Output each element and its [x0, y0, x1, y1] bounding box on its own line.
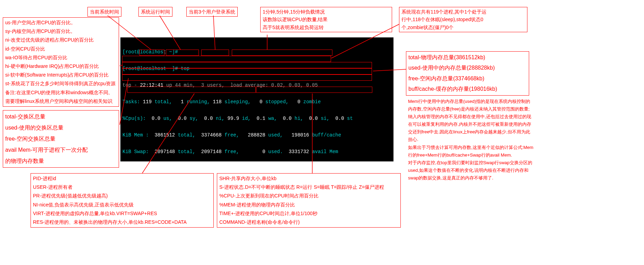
terminal: [root@localhost ~]# [root@localhost ~]# … — [120, 37, 393, 161]
label-proc-cols-right: SHR-共享内存大小,单位kb S-进程状态.D=不可中断的睡眠状态 R=运行 … — [217, 173, 401, 228]
prompt: [root@localhost ~]# — [122, 49, 178, 55]
label-proc-cols-left: PID-进程id USER-进程所有者 PR-进程优先级(值越低优先级越高) N… — [31, 173, 214, 228]
prompt: [root@localhost ~]# top — [122, 66, 189, 71]
label-swap-fields: total-交换区总量 used-使用的交换区总量 free-空闲交换区总量 a… — [3, 110, 119, 168]
label-cpu-fields: us-用户空间占用CPU的百分比。 sy-内核空间占用CPU的百分比。 ni-改… — [3, 17, 119, 107]
paragraph-memory-explain: Mem行中使用中的内存总量(used)指的是现在系统内核控制的内存数,空闲内存总… — [406, 97, 536, 183]
mem-line: KiB Mem : 3861512 total, 3374668 free, 2… — [122, 132, 391, 138]
label-uptime: 系统运行时间 — [138, 7, 172, 17]
label-users: 当前3个用户登录系统 — [186, 7, 238, 17]
label-tasks: 系统现在共有119个进程,其中1个处于运 行中,118个在休眠(sleep),s… — [399, 7, 527, 32]
top-summary-line: top - 22:12:41 up 44 min, 3 users, load … — [122, 82, 391, 88]
swap-line: KiB Swap: 2097148 total, 2097148 free, 0… — [122, 149, 391, 154]
tasks-line: Tasks: 119 total, 1 running, 118 sleepin… — [122, 99, 391, 105]
label-mem-fields: total-物理内存总量(3861512kb) used-使用中的内存总量(28… — [406, 51, 529, 96]
label-load: 1分钟,5分钟,15分钟负载情况 该数除以逻辑CPU的数量,结果 高于5就表明系… — [260, 7, 392, 32]
label-time: 当前系统时间 — [87, 7, 121, 17]
cpu-line: %Cpu(s): 0.0 us, 0.0 sy, 0.0 ni, 99.9 id… — [122, 116, 391, 121]
